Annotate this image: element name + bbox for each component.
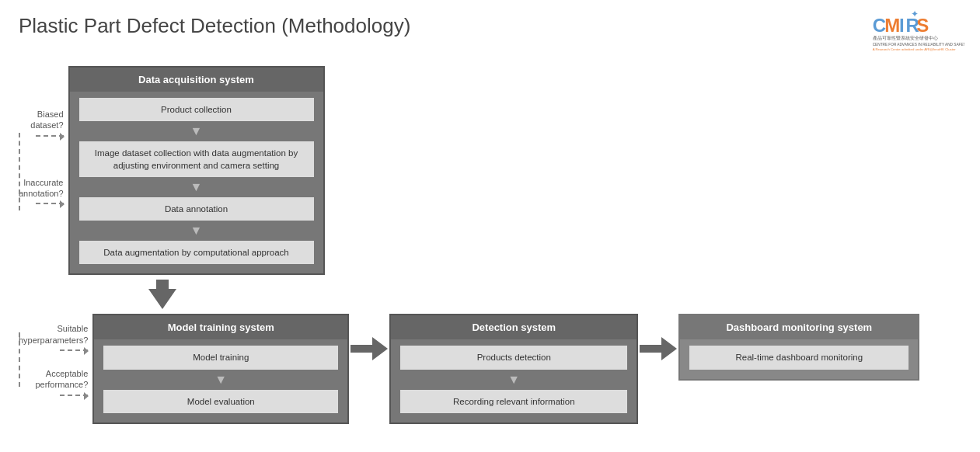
svg-marker-11 <box>640 337 677 360</box>
train-down-arrow: ▼ <box>103 374 338 386</box>
acquisition-item-0: Product collection <box>79 98 314 121</box>
dashboard-item-0: Real-time dashboard monitoring <box>689 346 909 369</box>
acquisition-item-3: Data augmentation by computational appro… <box>79 241 314 264</box>
svg-marker-9 <box>148 280 176 309</box>
arrow-detect-dashboard <box>638 337 678 360</box>
cmrs-logo: C M I R S 產品可靠性暨系統安全研發中心 CENTRE FOR ADVA… <box>871 9 964 52</box>
svg-text:M: M <box>884 15 900 36</box>
inaccurate-label-group: Inaccurate annotation? <box>19 177 64 205</box>
down-arrow-2: ▼ <box>79 181 314 193</box>
acquisition-item-1: Image dataset collection with data augme… <box>79 141 314 177</box>
training-box: Model training system Model training ▼ M… <box>92 314 349 423</box>
training-header: Model training system <box>94 315 347 339</box>
svg-text:A Research Centre admitted und: A Research Centre admitted under ARI@Inn… <box>873 47 957 51</box>
inaccurate-arrow <box>36 203 64 204</box>
svg-text:產品可靠性暨系統安全研發中心: 產品可靠性暨系統安全研發中心 <box>873 36 938 41</box>
detect-down-arrow: ▼ <box>400 374 627 386</box>
hyperparams-label-group: Suitable hyperparameters? <box>19 323 88 351</box>
top-section: Biased dataset? Inaccurate annotation? D… <box>19 66 325 275</box>
detection-box: Detection system Products detection ▼ Re… <box>389 314 638 423</box>
acceptable-label: Acceptable performance? <box>35 368 88 391</box>
hyperparams-arrow <box>60 349 88 351</box>
dashboard-box: Dashboard monitoring system Real-time da… <box>678 314 919 380</box>
acceptable-label-group: Acceptable performance? <box>19 368 88 396</box>
svg-marker-10 <box>350 337 388 360</box>
training-item-1: Model evaluation <box>103 390 338 413</box>
arrow-train-detect <box>349 337 389 360</box>
acquisition-body: Product collection ▼ Image dataset colle… <box>70 92 323 273</box>
down-arrow-3: ▼ <box>79 224 314 237</box>
detection-item-1: Recording relevant information <box>400 390 627 413</box>
dashboard-body: Real-time dashboard monitoring <box>680 339 918 378</box>
detection-header: Detection system <box>391 315 636 339</box>
training-body: Model training ▼ Model evaluation <box>94 339 347 422</box>
hyperparams-label: Suitable hyperparameters? <box>19 323 88 346</box>
page-title: Plastic Part Defect Detection (Methodolo… <box>0 0 980 38</box>
biased-arrow <box>36 135 64 137</box>
dashed-vert-bottom <box>19 332 20 387</box>
big-down-arrow <box>147 280 178 309</box>
biased-label-group: Biased dataset? <box>19 109 64 137</box>
dashboard-header: Dashboard monitoring system <box>680 315 918 339</box>
biased-label: Biased dataset? <box>30 109 63 131</box>
bottom-labels: Suitable hyperparameters? Acceptable per… <box>19 314 88 395</box>
training-item-0: Model training <box>103 346 338 369</box>
down-arrow-1: ▼ <box>79 125 314 137</box>
acquisition-item-2: Data annotation <box>79 197 314 221</box>
inaccurate-label: Inaccurate annotation? <box>19 177 64 200</box>
detection-body: Products detection ▼ Recording relevant … <box>391 339 636 422</box>
acquisition-header: Data acquisition system <box>70 68 323 92</box>
svg-text:✦: ✦ <box>911 9 919 19</box>
bottom-section: Suitable hyperparameters? Acceptable per… <box>19 314 919 423</box>
svg-text:CENTRE FOR ADVANCES IN RELIABI: CENTRE FOR ADVANCES IN RELIABILITY AND S… <box>873 43 964 47</box>
detection-item-0: Products detection <box>400 346 627 369</box>
acceptable-arrow <box>60 395 88 396</box>
svg-text:I: I <box>899 15 905 36</box>
logo-area: C M I R S 產品可靠性暨系統安全研發中心 CENTRE FOR ADVA… <box>871 9 964 55</box>
dashed-vert-top <box>19 133 20 210</box>
main-content: Biased dataset? Inaccurate annotation? D… <box>0 66 980 424</box>
acquisition-box: Data acquisition system Product collecti… <box>68 66 325 275</box>
